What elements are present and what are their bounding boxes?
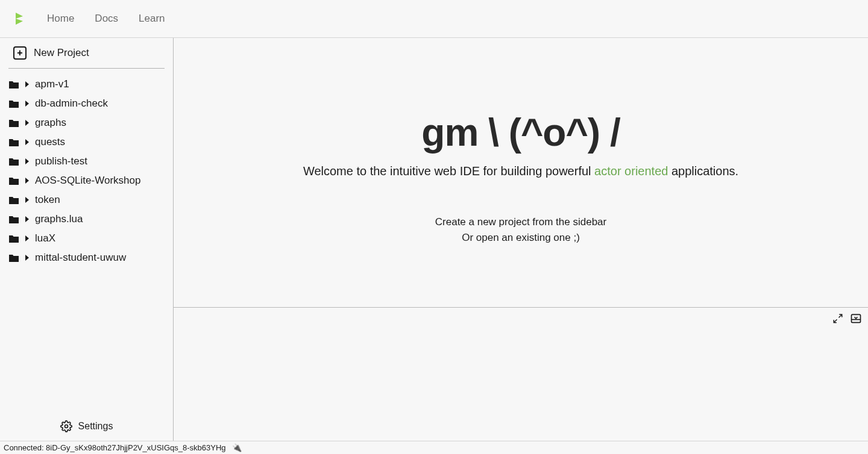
nav-home[interactable]: Home <box>47 13 74 25</box>
settings-button[interactable]: Settings <box>0 412 173 441</box>
panel-collapse-icon <box>850 313 862 325</box>
welcome-subtitle-pre: Welcome to the intuitive web IDE for bui… <box>303 164 594 178</box>
welcome-pane: gm \ (^o^) / Welcome to the intuitive we… <box>174 38 868 307</box>
welcome-hint-line1: Create a new project from the sidebar <box>435 214 606 230</box>
sidebar: + New Project apm-v1 db-admin-check grap… <box>0 38 174 441</box>
project-item[interactable]: publish-test <box>0 152 173 171</box>
project-item[interactable]: AOS-SQLite-Workshop <box>0 171 173 190</box>
folder-icon <box>8 215 19 224</box>
plus-square-icon: + <box>13 46 27 60</box>
project-item[interactable]: quests <box>0 132 173 152</box>
project-label: mittal-student-uwuw <box>35 252 126 264</box>
project-label: apm-v1 <box>35 78 69 90</box>
status-bar: Connected: 8iD-Gy_sKx98oth27JhjjP2V_xUSI… <box>0 441 868 454</box>
chevron-right-icon <box>25 178 29 184</box>
project-label: luaX <box>35 232 55 244</box>
chevron-right-icon <box>25 216 29 222</box>
logo-icon[interactable] <box>14 11 27 26</box>
folder-icon <box>8 234 19 243</box>
chevron-right-icon <box>25 197 29 203</box>
project-label: db-admin-check <box>35 98 108 110</box>
welcome-hint: Create a new project from the sidebar Or… <box>435 214 606 245</box>
chevron-right-icon <box>25 81 29 87</box>
connected-label: Connected: <box>4 443 46 452</box>
plug-icon[interactable]: 🔌 <box>232 443 242 452</box>
settings-label: Settings <box>78 421 113 432</box>
collapse-panel-button[interactable] <box>850 313 862 325</box>
chevron-right-icon <box>25 255 29 261</box>
project-item[interactable]: luaX <box>0 229 173 248</box>
chevron-right-icon <box>25 158 29 164</box>
folder-icon <box>8 138 19 147</box>
project-label: AOS-SQLite-Workshop <box>35 175 140 187</box>
welcome-subtitle: Welcome to the intuitive web IDE for bui… <box>303 164 738 178</box>
project-list: apm-v1 db-admin-check graphs quests publ <box>0 69 173 412</box>
maximize-panel-button[interactable] <box>832 313 844 325</box>
chevron-right-icon <box>25 120 29 126</box>
connection-status: Connected: 8iD-Gy_sKx98oth27JhjjP2V_xUSI… <box>4 443 226 452</box>
bottom-panel <box>174 307 868 441</box>
panel-controls <box>832 313 862 325</box>
actor-oriented-link[interactable]: actor oriented <box>594 164 668 178</box>
project-label: graphs.lua <box>35 213 83 225</box>
folder-icon <box>8 119 19 128</box>
project-item[interactable]: apm-v1 <box>0 75 173 94</box>
project-label: graphs <box>35 117 66 129</box>
welcome-hint-line2: Or open an existing one ;) <box>435 230 606 246</box>
project-item[interactable]: graphs <box>0 113 173 132</box>
project-label: token <box>35 194 60 206</box>
connected-id: 8iD-Gy_sKx98oth27JhjjP2V_xUSIGqs_8-skb63… <box>46 443 225 452</box>
project-item[interactable]: mittal-student-uwuw <box>0 248 173 267</box>
project-item[interactable]: graphs.lua <box>0 210 173 229</box>
folder-icon <box>8 176 19 185</box>
folder-icon <box>8 196 19 205</box>
nav-learn[interactable]: Learn <box>139 13 165 25</box>
project-item[interactable]: token <box>0 190 173 210</box>
welcome-heading: gm \ (^o^) / <box>421 110 620 155</box>
new-project-label: New Project <box>34 47 89 59</box>
maximize-icon <box>832 313 843 324</box>
project-label: publish-test <box>35 155 87 167</box>
welcome-subtitle-post: applications. <box>668 164 738 178</box>
top-nav: Home Docs Learn <box>0 0 868 38</box>
folder-icon <box>8 99 19 108</box>
nav-docs[interactable]: Docs <box>95 13 118 25</box>
folder-icon <box>8 253 19 263</box>
folder-icon <box>8 80 19 89</box>
chevron-right-icon <box>25 139 29 145</box>
gear-icon <box>60 420 72 432</box>
folder-icon <box>8 157 19 166</box>
project-label: quests <box>35 136 65 148</box>
nav-links: Home Docs Learn <box>47 13 165 25</box>
project-item[interactable]: db-admin-check <box>0 94 173 113</box>
content-area: gm \ (^o^) / Welcome to the intuitive we… <box>174 38 868 441</box>
chevron-right-icon <box>25 101 29 107</box>
main-area: + New Project apm-v1 db-admin-check grap… <box>0 38 868 441</box>
chevron-right-icon <box>25 235 29 241</box>
new-project-button[interactable]: + New Project <box>0 38 173 68</box>
